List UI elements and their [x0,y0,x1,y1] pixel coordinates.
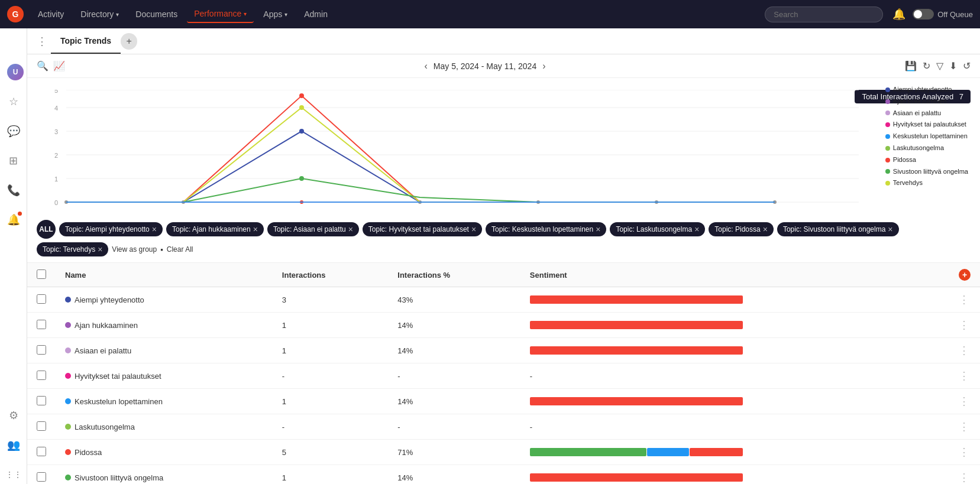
row-sentiment [520,313,949,338]
sentiment-bar [530,295,743,304]
row-interactions-pct: - [388,414,520,440]
legend-item: Hyvitykset tai palautukset [885,119,968,131]
chat-icon[interactable]: 💬 [4,122,23,141]
logo: G [7,6,24,22]
phone-icon[interactable]: 📞 [4,181,23,200]
row-color-dot [65,398,71,404]
filter-chip-asiaan[interactable]: Topic: Asiaan ei palattu × [267,222,359,236]
row-checkbox[interactable] [37,447,46,456]
svg-text:5: 5 [54,90,58,94]
date-nav: ‹ May 5, 2024 - May 11, 2024 › [425,61,546,72]
chart-icon[interactable]: 📈 [53,60,65,72]
row-more-icon[interactable]: ⋮ [959,446,969,458]
col-interactions-header: Interactions [273,263,388,287]
data-table: Name Interactions Interactions % Sentime… [27,263,980,484]
nav-admin[interactable]: Admin [297,6,335,22]
view-as-group-link[interactable]: View as group [112,245,157,254]
row-color-dot [65,297,71,303]
row-checkbox[interactable] [37,345,46,355]
notification-icon[interactable]: 🔔 [4,210,23,229]
add-column-button[interactable]: + [959,269,971,281]
row-name: Pidossa [65,448,263,457]
filter-icon[interactable]: ▽ [936,60,943,72]
filter-chip-tervehdys[interactable]: Topic: Tervehdys × [37,242,108,256]
filter-chip-keskustelun[interactable]: Topic: Keskustelun lopettaminen × [486,222,606,236]
svg-text:0: 0 [54,199,58,206]
row-checkbox[interactable] [37,294,46,304]
toolbar: 🔍 📈 ‹ May 5, 2024 - May 11, 2024 › 💾 ↻ ▽… [27,54,980,78]
search-icon[interactable]: 🔍 [37,60,48,72]
download-icon[interactable]: ⬇ [949,60,957,72]
sentiment-segment [530,321,743,329]
table-row: Pidossa571%⋮ [27,440,980,465]
row-more-icon[interactable]: ⋮ [959,472,969,483]
row-name: Aiempi yhteydenotto [65,295,263,304]
toolbar-actions: 💾 ↻ ▽ ⬇ ↺ [905,60,971,72]
row-name: Hyvitykset tai palautukset [65,372,263,381]
tab-options-icon[interactable]: ⋮ [37,35,47,48]
filter-chip-aiempi[interactable]: Topic: Aiempi yhteydenotto × [59,222,163,236]
select-all-checkbox[interactable] [37,269,46,279]
nav-apps[interactable]: Apps ▾ [256,6,295,22]
row-interactions-pct: 14% [388,338,520,363]
nav-activity[interactable]: Activity [31,6,71,22]
refresh-icon[interactable]: ↻ [923,60,930,72]
sentiment-segment [530,295,743,304]
reset-icon[interactable]: ↺ [963,60,971,72]
filter-chip-ajan[interactable]: Topic: Ajan hukkaaminen × [166,222,264,236]
legend-item: Ajan hukkaaminen [885,96,968,108]
apps-icon[interactable]: ⋮⋮ [4,465,23,484]
row-more-icon[interactable]: ⋮ [959,421,969,433]
row-interactions: 1 [273,389,388,414]
date-range-label: May 5, 2024 - May 11, 2024 [434,61,536,71]
table-row: Laskutusongelma---⋮ [27,414,980,440]
row-checkbox[interactable] [37,371,46,380]
filter-chip-hyvitykset[interactable]: Topic: Hyvitykset tai palautukset × [363,222,482,236]
filter-all-button[interactable]: ALL [37,220,56,239]
prev-date-icon[interactable]: ‹ [425,61,428,72]
row-color-dot [65,347,71,353]
nav-documents[interactable]: Documents [128,6,185,22]
grid-icon[interactable]: ⊞ [4,151,23,170]
row-more-icon[interactable]: ⋮ [959,370,969,382]
clear-all-link[interactable]: Clear All [167,245,193,254]
row-more-icon[interactable]: ⋮ [959,294,969,306]
table-row: Keskustelun lopettaminen114%⋮ [27,389,980,414]
row-more-icon[interactable]: ⋮ [959,345,969,356]
nav-performance[interactable]: Performance ▾ [187,5,254,23]
row-checkbox[interactable] [37,472,46,482]
settings-icon[interactable]: ⚙ [4,406,23,425]
filter-chip-sivustoon[interactable]: Topic: Sivustoon liittyvä ongelma × [777,222,899,236]
filter-chip-pidossa[interactable]: Topic: Pidossa × [709,222,774,236]
next-date-icon[interactable]: › [542,61,545,72]
sentiment-segment [647,448,690,456]
users-icon[interactable]: 👥 [4,436,23,454]
row-more-icon[interactable]: ⋮ [959,319,969,331]
legend-item: Tervehdys [885,177,968,189]
nav-directory[interactable]: Directory ▾ [73,6,126,22]
queue-toggle[interactable] [913,9,934,20]
add-tab-button[interactable]: + [121,33,137,50]
sentiment-bar [530,473,743,482]
row-checkbox[interactable] [37,421,46,431]
star-icon[interactable]: ☆ [4,92,23,111]
row-color-dot [65,373,71,379]
notification-bell-icon[interactable]: 🔔 [892,8,905,21]
row-sentiment [520,338,949,363]
row-checkbox[interactable] [37,396,46,405]
filter-chip-laskutus[interactable]: Topic: Laskutusongelma × [610,222,705,236]
avatar: U [7,64,24,80]
chart-legend: Aiempi yhteydenotto Ajan hukkaaminen Asi… [885,84,968,189]
sentiment-segment [530,448,646,456]
row-color-dot [65,322,71,328]
row-interactions-pct: - [388,363,520,389]
table-row: Ajan hukkaaminen114%⋮ [27,313,980,338]
filter-area: ALL Topic: Aiempi yhteydenotto × Topic: … [27,214,980,263]
save-icon[interactable]: 💾 [905,60,917,72]
col-name-header: Name [56,263,273,287]
search-input[interactable] [765,7,883,22]
sentiment-bar [530,321,743,329]
row-more-icon[interactable]: ⋮ [959,395,969,407]
tab-topic-trends[interactable]: Topic Trends [51,29,121,54]
row-checkbox[interactable] [37,320,46,329]
